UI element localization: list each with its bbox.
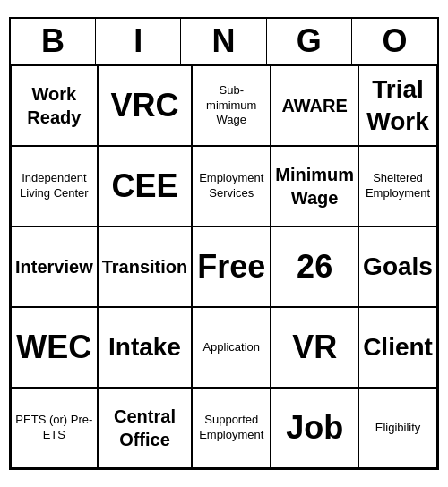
header-letter: N [181,19,266,64]
bingo-cell: Free [192,226,271,307]
header-letter: O [352,19,437,64]
bingo-cell: VR [271,307,358,388]
bingo-cell: Supported Employment [192,388,271,468]
bingo-cell: Sheltered Employment [358,146,437,226]
bingo-cell: Intake [98,307,193,388]
bingo-cell: Interview [11,226,98,307]
bingo-cell: Independent Living Center [11,146,98,226]
bingo-grid: Work ReadyVRCSub-mimimum WageAWARETrial … [11,65,437,468]
bingo-cell: Transition [98,226,193,307]
bingo-cell: Minimum Wage [271,146,358,226]
bingo-cell: CEE [98,146,193,226]
bingo-cell: 26 [271,226,358,307]
bingo-cell: Trial Work [358,65,437,146]
bingo-cell: Work Ready [11,65,98,146]
bingo-cell: Eligibility [358,388,437,468]
header-letter: B [11,19,96,64]
bingo-card: BINGO Work ReadyVRCSub-mimimum WageAWARE… [9,17,439,470]
bingo-cell: Client [358,307,437,388]
bingo-cell: Goals [358,226,437,307]
header-letter: I [96,19,181,64]
bingo-cell: Sub-mimimum Wage [192,65,271,146]
bingo-cell: Application [192,307,271,388]
header-letter: G [267,19,352,64]
bingo-cell: Job [271,388,358,468]
bingo-cell: AWARE [271,65,358,146]
bingo-cell: VRC [98,65,193,146]
bingo-header: BINGO [11,19,437,65]
bingo-cell: Employment Services [192,146,271,226]
bingo-cell: PETS (or) Pre-ETS [11,388,98,468]
bingo-cell: Central Office [98,388,193,468]
bingo-cell: WEC [11,307,98,388]
